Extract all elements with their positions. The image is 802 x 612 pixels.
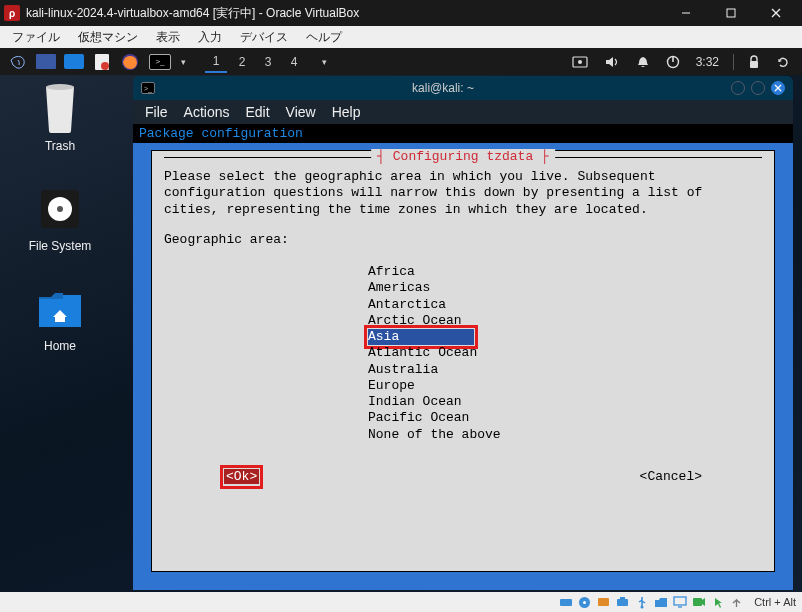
tzdata-instruction-text: Please select the geographic area in whi… [164, 169, 762, 218]
terminal-close-button[interactable] [771, 81, 785, 95]
vbox-menu-view[interactable]: 表示 [148, 27, 188, 48]
terminal-app-icon: >_ [141, 82, 155, 94]
tzdata-prompt: Geographic area: [164, 232, 762, 248]
tzdata-dialog: ┤ Configuring tzdata ├ Please select the… [151, 150, 775, 572]
show-desktop-icon[interactable] [34, 51, 58, 73]
tzdata-dialog-title: Configuring tzdata [393, 149, 533, 164]
vbox-menu-help[interactable]: ヘルプ [298, 27, 350, 48]
tzdata-area-option[interactable]: Indian Ocean [368, 394, 762, 410]
vbox-optical-icon[interactable] [577, 595, 592, 609]
vbox-mouse-icon[interactable] [710, 595, 725, 609]
virtualbox-icon: ρ [4, 5, 20, 21]
terminal-body: Package configuration ┤ Configuring tzda… [133, 124, 793, 590]
notification-bell-icon[interactable] [630, 55, 656, 69]
svg-rect-23 [620, 597, 625, 600]
terminal-maximize-button[interactable] [751, 81, 765, 95]
tzdata-ok-button[interactable]: <Ok> [224, 469, 259, 484]
terminal-menu-edit[interactable]: Edit [245, 104, 269, 120]
terminal-menubar: File Actions Edit View Help [133, 100, 793, 124]
guest-desktop: >_ ▾ 1 2 3 4 ▾ 3:32 [0, 48, 802, 592]
screen-record-icon[interactable] [566, 55, 594, 69]
maximize-button[interactable] [708, 0, 753, 26]
minimize-button[interactable] [663, 0, 708, 26]
package-configuration-label: Package configuration [133, 124, 793, 143]
tzdata-area-option[interactable]: Africa [368, 264, 762, 280]
svg-rect-18 [560, 599, 572, 606]
vbox-window-title: kali-linux-2024.4-virtualbox-amd64 [実行中]… [26, 5, 663, 22]
tzdata-area-option[interactable]: Americas [368, 280, 762, 296]
svg-rect-21 [598, 598, 609, 606]
text-editor-icon[interactable] [90, 51, 114, 73]
tzdata-area-option-selected[interactable]: Asia [368, 329, 474, 345]
tzdata-area-list[interactable]: Africa Americas Antarctica Arctic Ocean … [368, 264, 762, 443]
desktop-icon-label: Home [44, 339, 76, 353]
vbox-hostkey-label: Ctrl + Alt [754, 596, 796, 608]
clock[interactable]: 3:32 [690, 55, 725, 69]
volume-icon[interactable] [598, 55, 626, 69]
tzdata-area-option[interactable]: Antarctica [368, 297, 762, 313]
terminal-menu-view[interactable]: View [286, 104, 316, 120]
workspace-4[interactable]: 4 [283, 51, 305, 73]
vbox-statusbar: Ctrl + Alt [0, 592, 802, 612]
vbox-titlebar: ρ kali-linux-2024.4-virtualbox-amd64 [実行… [0, 0, 802, 26]
tzdata-area-option[interactable]: Arctic Ocean [368, 313, 762, 329]
files-icon[interactable] [62, 51, 86, 73]
svg-point-5 [101, 62, 109, 70]
vbox-menu-devices[interactable]: デバイス [232, 27, 296, 48]
kali-menu-icon[interactable] [6, 51, 30, 73]
refresh-icon[interactable] [770, 55, 796, 69]
vbox-menu-file[interactable]: ファイル [4, 27, 68, 48]
svg-point-24 [640, 605, 643, 608]
svg-rect-11 [750, 61, 758, 68]
workspace-2[interactable]: 2 [231, 51, 253, 73]
workspace-menu-arrow-icon[interactable]: ▾ [319, 57, 330, 67]
svg-point-20 [583, 601, 586, 604]
trash-desktop-icon[interactable]: Trash [10, 83, 110, 153]
tzdata-area-option[interactable]: Pacific Ocean [368, 410, 762, 426]
svg-point-12 [46, 84, 74, 90]
svg-rect-25 [674, 597, 686, 605]
terminal-menu-help[interactable]: Help [332, 104, 361, 120]
terminal-title: kali@kali: ~ [161, 81, 725, 95]
vbox-display-icon[interactable] [672, 595, 687, 609]
desktop-icons-area: Trash File System Home [10, 83, 110, 353]
svg-rect-27 [693, 598, 702, 606]
terminal-menu-actions[interactable]: Actions [184, 104, 230, 120]
tzdata-area-option[interactable]: None of the above [368, 427, 762, 443]
close-button[interactable] [753, 0, 798, 26]
workspace-3[interactable]: 3 [257, 51, 279, 73]
terminal-menu-arrow-icon[interactable]: ▾ [178, 57, 189, 67]
vbox-audio-icon[interactable] [596, 595, 611, 609]
terminal-menu-file[interactable]: File [145, 104, 168, 120]
tray-separator [733, 54, 734, 70]
vbox-menu-machine[interactable]: 仮想マシン [70, 27, 146, 48]
tzdata-area-option[interactable]: Australia [368, 362, 762, 378]
svg-rect-22 [617, 599, 628, 606]
terminal-launcher-icon[interactable]: >_ [146, 51, 174, 73]
desktop-icon-label: Trash [45, 139, 75, 153]
terminal-window: >_ kali@kali: ~ File Actions Edit View H… [133, 76, 793, 590]
tzdata-cancel-button[interactable]: <Cancel> [640, 469, 702, 485]
vbox-network-icon[interactable] [615, 595, 630, 609]
vbox-menu-input[interactable]: 入力 [190, 27, 230, 48]
power-icon[interactable] [660, 55, 686, 69]
vbox-usb-icon[interactable] [634, 595, 649, 609]
terminal-minimize-button[interactable] [731, 81, 745, 95]
vbox-shared-folder-icon[interactable] [653, 595, 668, 609]
vbox-hostkey-icon[interactable] [729, 595, 744, 609]
desktop-icon-label: File System [29, 239, 92, 253]
kali-top-panel: >_ ▾ 1 2 3 4 ▾ 3:32 [0, 48, 802, 75]
workspace-1[interactable]: 1 [205, 51, 227, 73]
svg-rect-1 [727, 9, 735, 17]
terminal-titlebar[interactable]: >_ kali@kali: ~ [133, 76, 793, 100]
vbox-menubar: ファイル 仮想マシン 表示 入力 デバイス ヘルプ [0, 26, 802, 48]
filesystem-desktop-icon[interactable]: File System [10, 183, 110, 253]
svg-point-8 [578, 60, 582, 64]
tzdata-area-option[interactable]: Atlantic Ocean [368, 345, 762, 361]
vbox-recording-icon[interactable] [691, 595, 706, 609]
tzdata-area-option[interactable]: Europe [368, 378, 762, 394]
firefox-icon[interactable] [118, 51, 142, 73]
lock-icon[interactable] [742, 55, 766, 69]
home-desktop-icon[interactable]: Home [10, 283, 110, 353]
vbox-hdd-icon[interactable] [558, 595, 573, 609]
